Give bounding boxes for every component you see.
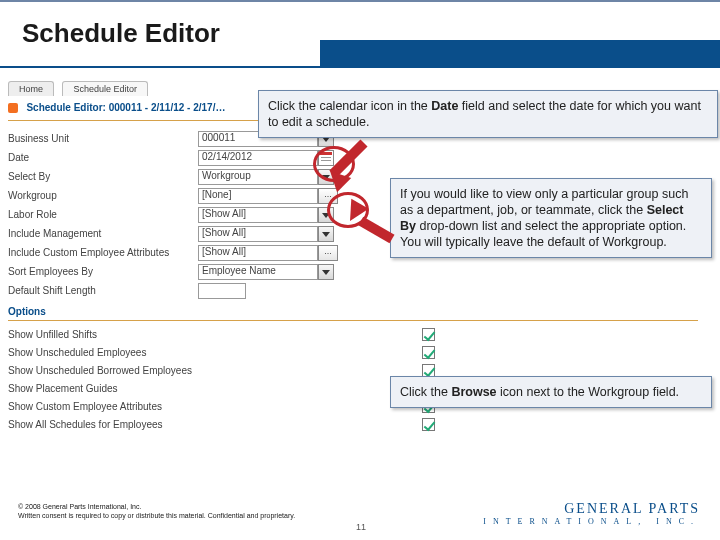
callout-text: Click the calendar icon in the xyxy=(268,99,431,113)
tab-home[interactable]: Home xyxy=(8,81,54,96)
include-mgmt-dropdown-icon[interactable] xyxy=(318,226,334,242)
option-label: Show Custom Employee Attributes xyxy=(8,401,418,412)
option-label: Show Placement Guides xyxy=(8,383,418,394)
logo-line-2: INTERNATIONAL, INC. xyxy=(483,517,700,526)
option-label: Show Unscheduled Employees xyxy=(8,347,418,358)
sort-by-input[interactable]: Employee Name xyxy=(198,264,318,280)
option-checkbox[interactable] xyxy=(422,418,435,431)
option-label: Show All Schedules for Employees xyxy=(8,419,418,430)
option-checkbox[interactable] xyxy=(422,328,435,341)
option-checkbox[interactable] xyxy=(422,364,435,377)
label-shift-length: Default Shift Length xyxy=(8,285,198,296)
callout-bold: Browse xyxy=(451,385,496,399)
header-underline xyxy=(0,66,720,68)
callout-select-by: If you would like to view only a particu… xyxy=(390,178,712,258)
callout-bold: Date xyxy=(431,99,458,113)
options-header: Options xyxy=(8,306,708,317)
footer-disclaimer: Written consent is required to copy or d… xyxy=(18,512,378,520)
top-rule xyxy=(0,0,720,2)
highlight-ellipse-browse xyxy=(327,192,369,228)
divider xyxy=(8,320,698,321)
highlight-ellipse-calendar xyxy=(313,146,355,182)
option-row: Show Unscheduled Employees xyxy=(8,343,708,361)
option-checkbox[interactable] xyxy=(422,346,435,359)
include-attrs-input[interactable]: [Show All] xyxy=(198,245,318,261)
label-include-mgmt: Include Management xyxy=(8,228,198,239)
callout-text: If you would like to view only a particu… xyxy=(400,187,688,217)
page-number: 11 xyxy=(356,522,366,532)
slide-title: Schedule Editor xyxy=(22,18,220,49)
callout-text: icon next to the Workgroup field. xyxy=(497,385,680,399)
label-select-by: Select By xyxy=(8,171,198,182)
editor-header-icon xyxy=(8,103,18,113)
date-input[interactable]: 02/14/2012 xyxy=(198,150,318,166)
header-accent-bar xyxy=(320,40,720,66)
labor-role-input[interactable]: [Show All] xyxy=(198,207,318,223)
footer-logo: GENERAL PARTS INTERNATIONAL, INC. xyxy=(483,501,700,526)
tab-schedule-editor[interactable]: Schedule Editor xyxy=(62,81,148,96)
include-mgmt-input[interactable]: [Show All] xyxy=(198,226,318,242)
callout-date: Click the calendar icon in the Date fiel… xyxy=(258,90,718,138)
sort-by-dropdown-icon[interactable] xyxy=(318,264,334,280)
option-label: Show Unscheduled Borrowed Employees xyxy=(8,365,418,376)
label-date: Date xyxy=(8,152,198,163)
option-row: Show All Schedules for Employees xyxy=(8,415,708,433)
workgroup-input[interactable]: [None] xyxy=(198,188,318,204)
label-include-attrs: Include Custom Employee Attributes xyxy=(8,247,198,258)
label-sort-by: Sort Employees By xyxy=(8,266,198,277)
option-row: Show Unfilled Shifts xyxy=(8,325,708,343)
app-screenshot: Home Schedule Editor Schedule Editor: 00… xyxy=(8,78,708,478)
select-by-input[interactable]: Workgroup xyxy=(198,169,318,185)
logo-line-1: GENERAL PARTS xyxy=(483,501,700,517)
callout-text: Click the xyxy=(400,385,451,399)
callout-text: drop-down list and select the appropriat… xyxy=(400,219,686,249)
include-attrs-browse-button[interactable]: ··· xyxy=(318,245,338,261)
shift-length-input[interactable] xyxy=(198,283,246,299)
label-labor-role: Labor Role xyxy=(8,209,198,220)
footer-legal: © 2008 General Parts International, Inc.… xyxy=(18,503,378,520)
editor-header-text: Schedule Editor: 000011 - 2/11/12 - 2/17… xyxy=(26,102,225,113)
callout-browse: Click the Browse icon next to the Workgr… xyxy=(390,376,712,408)
label-workgroup: Workgroup xyxy=(8,190,198,201)
label-business-unit: Business Unit xyxy=(8,133,198,144)
option-label: Show Unfilled Shifts xyxy=(8,329,418,340)
footer-copyright: © 2008 General Parts International, Inc. xyxy=(18,503,378,511)
